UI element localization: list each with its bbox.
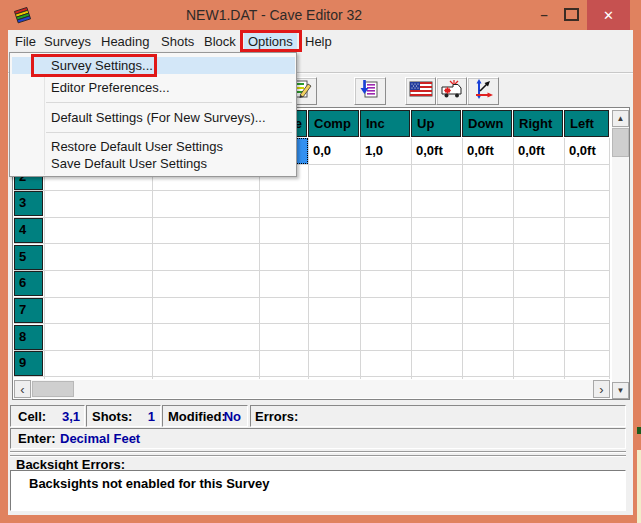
menu-heading[interactable]: Heading <box>97 33 153 52</box>
menu-separator <box>46 102 292 103</box>
errors-label: Errors: <box>255 409 298 424</box>
status-modified-panel: Modified: No <box>162 405 248 427</box>
hscroll-right-button[interactable]: › <box>593 380 610 398</box>
menu-surveys[interactable]: Surveys <box>40 33 95 52</box>
vscroll-up-button[interactable]: ▲ <box>612 110 629 127</box>
annotation-survey-settings-box <box>31 54 157 77</box>
scroll-right-icon: › <box>599 382 603 397</box>
hscrollbar-track[interactable] <box>14 380 610 398</box>
row-header-3[interactable]: 3 <box>14 191 43 216</box>
divider <box>10 451 626 453</box>
ambulance-icon <box>440 78 464 104</box>
menu-item-restore-defaults[interactable]: Restore Default User Settings <box>51 139 223 155</box>
import-surveys-icon <box>359 78 381 104</box>
cell-down[interactable]: 0,0ft <box>462 138 512 164</box>
row-header-7[interactable]: 7 <box>14 298 43 323</box>
menu-help[interactable]: Help <box>301 33 336 52</box>
backsight-message: Backsights not enabled for this Survey <box>29 476 270 491</box>
scroll-up-icon: ▲ <box>617 114 625 123</box>
status-errors-panel: Errors: <box>250 405 626 427</box>
ambulance-button[interactable] <box>436 77 467 105</box>
enter-label: Enter: <box>18 431 56 446</box>
status-shots-panel: Shots: 1 <box>86 405 161 427</box>
menu-shots[interactable]: Shots <box>157 33 198 52</box>
modified-label: Modified: <box>168 409 226 424</box>
status-enter-panel: Enter: Decimal Feet <box>10 428 626 449</box>
menu-separator <box>46 132 292 133</box>
close-button[interactable]: ✕ <box>587 0 630 30</box>
vscroll-down-button[interactable]: ▼ <box>612 382 629 399</box>
row-header-6[interactable]: 6 <box>14 271 43 296</box>
hscrollbar-thumb[interactable] <box>32 381 74 397</box>
scroll-left-icon: ‹ <box>20 382 24 397</box>
shots-label: Shots: <box>92 409 132 424</box>
column-header-right[interactable]: Right <box>513 110 563 137</box>
window-title: NEW1.DAT - Cave Editor 32 <box>186 7 362 23</box>
app-icon <box>13 5 33 25</box>
column-header-inc[interactable]: Inc <box>360 110 410 137</box>
hscroll-left-button[interactable]: ‹ <box>14 380 31 398</box>
menubar: File Surveys Heading Shots Block Options… <box>8 30 633 52</box>
row-header-4[interactable]: 4 <box>14 218 43 243</box>
window-frame: NEW1.DAT - Cave Editor 32 – ✕ File Surve… <box>0 0 641 523</box>
cell-label: Cell: <box>18 409 46 424</box>
minimize-button[interactable]: – <box>532 0 556 28</box>
status-cell-panel: Cell: 3,1 <box>10 405 85 427</box>
menu-item-default-settings[interactable]: Default Settings (For New Surveys)... <box>51 110 266 126</box>
cell-right[interactable]: 0,0ft <box>513 138 563 164</box>
cell-up[interactable]: 0,0ft <box>411 138 461 164</box>
column-header-left[interactable]: Left <box>564 110 609 137</box>
column-header-comp[interactable]: Comp <box>308 110 359 137</box>
column-header-up[interactable]: Up <box>411 110 461 137</box>
us-flag-icon <box>409 80 433 102</box>
us-flag-button[interactable] <box>405 77 436 105</box>
cell-inc[interactable]: 1,0 <box>360 138 410 164</box>
row-header-8[interactable]: 8 <box>14 325 43 350</box>
maximize-button[interactable] <box>558 0 584 28</box>
axes-button[interactable] <box>467 77 499 105</box>
axes-icon <box>472 78 494 104</box>
modified-value: No <box>224 409 241 424</box>
scroll-down-icon: ▼ <box>617 386 625 395</box>
row-header-5[interactable]: 5 <box>14 245 43 270</box>
enter-value: Decimal Feet <box>60 431 140 446</box>
menu-file[interactable]: File <box>11 33 40 52</box>
menu-item-save-defaults[interactable]: Save Default User Settings <box>51 156 207 172</box>
cell-left[interactable]: 0,0ft <box>564 138 609 164</box>
titlebar: NEW1.DAT - Cave Editor 32 – ✕ <box>0 0 641 30</box>
shots-value: 1 <box>148 409 155 424</box>
close-icon: ✕ <box>603 8 614 23</box>
desktop-artifact <box>637 427 641 434</box>
row-header-9[interactable]: 9 <box>14 351 43 376</box>
cell-comp[interactable]: 0,0 <box>308 138 359 164</box>
menu-block[interactable]: Block <box>200 33 240 52</box>
import-surveys-button[interactable] <box>354 77 386 105</box>
menu-item-editor-preferences[interactable]: Editor Preferences... <box>51 80 170 96</box>
vscrollbar-thumb[interactable] <box>612 128 629 157</box>
column-header-down[interactable]: Down <box>462 110 512 137</box>
maximize-icon <box>564 8 579 21</box>
annotation-options-box <box>240 30 302 52</box>
backsight-errors-box: Backsights not enabled for this Survey <box>10 470 626 511</box>
cell-value: 3,1 <box>62 409 80 424</box>
desktop-artifact <box>637 450 641 523</box>
